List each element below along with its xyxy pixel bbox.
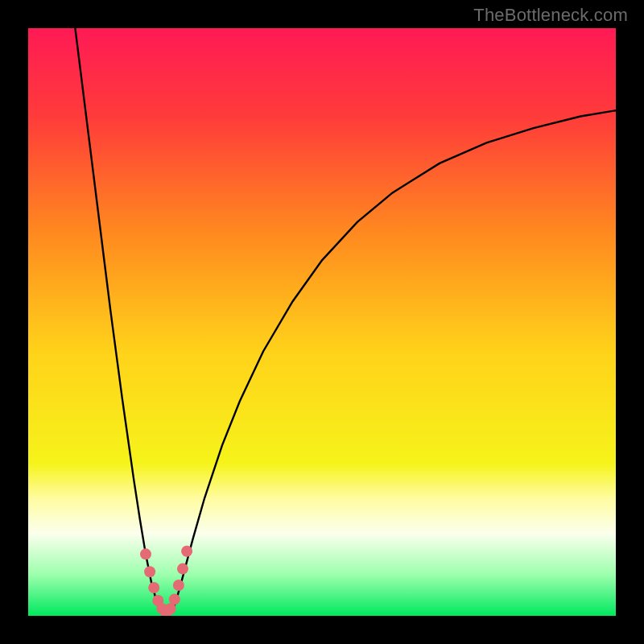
bottleneck-curve (75, 28, 616, 613)
curve-layer (28, 28, 616, 616)
highlight-marker (140, 548, 151, 559)
chart-frame: TheBottleneck.com (0, 0, 644, 644)
highlight-markers (140, 546, 192, 616)
highlight-marker (181, 546, 192, 557)
watermark-text: TheBottleneck.com (473, 5, 628, 26)
highlight-marker (148, 582, 159, 593)
plot-area (28, 28, 616, 616)
highlight-marker (169, 594, 180, 605)
highlight-marker (144, 566, 155, 577)
highlight-marker (177, 564, 188, 575)
highlight-marker (173, 580, 184, 591)
